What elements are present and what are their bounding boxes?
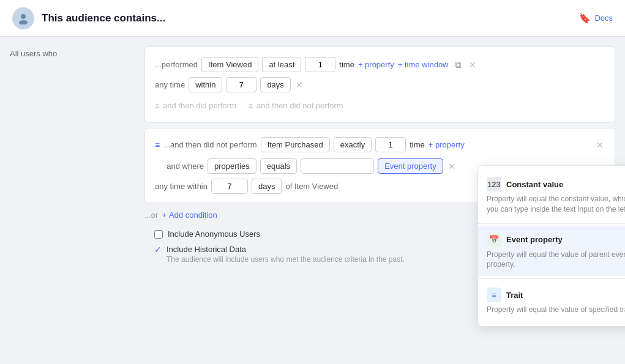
any-time-within-label: any time within <box>155 182 208 191</box>
plus-icon: + <box>162 210 167 220</box>
header: This audience contains... 🔖 Docs <box>0 0 625 37</box>
did-perform-label: and then did perform <box>163 101 236 110</box>
constant-header: 123 Constant value <box>487 177 625 191</box>
add-property-btn-1[interactable]: + property <box>358 60 394 69</box>
separator-1 <box>478 223 625 224</box>
value-input[interactable] <box>301 158 374 174</box>
event-property-item[interactable]: 📅 Event property ✓ Property will equal t… <box>478 226 625 277</box>
event-property-btn[interactable]: Event property <box>378 158 443 174</box>
header-left: This audience contains... <box>12 7 165 29</box>
event-prop-desc: Property will equal the value of parent … <box>487 250 625 270</box>
days-input-2[interactable] <box>211 179 248 194</box>
constant-icon: 123 <box>487 177 501 191</box>
sub-rule-row-1: any time within days ✕ <box>155 77 605 92</box>
event-name-pill-1[interactable]: Item Viewed <box>201 57 258 72</box>
anon-checkbox[interactable] <box>154 230 163 239</box>
at-least-pill[interactable]: at least <box>262 57 301 72</box>
days-input-1[interactable] <box>226 77 256 92</box>
any-time-label-1: any time <box>155 80 185 89</box>
constant-title-row: 123 Constant value <box>487 177 563 191</box>
event-title-row: 📅 Event property <box>487 232 563 247</box>
trait-title: Trait <box>506 291 523 300</box>
days-pill-2[interactable]: days <box>252 179 282 194</box>
add-condition-label: Add condition <box>169 210 217 220</box>
sidebar: All users who <box>0 37 135 364</box>
svg-point-1 <box>19 20 28 24</box>
trait-item[interactable]: ≡ Trait Property will equal the value of… <box>478 281 625 321</box>
filter-icon-1: ≡ <box>155 102 159 110</box>
bookmark-icon: 🔖 <box>578 12 591 24</box>
performed-label: ...performed <box>155 60 198 69</box>
header-title: This audience contains... <box>42 12 165 24</box>
event-prop-icon: 📅 <box>487 232 501 247</box>
count-input-2[interactable] <box>375 137 406 152</box>
and-then-row: ≡ ...and then did not perform Item Purch… <box>155 137 605 152</box>
divider-area-1: ≡ and then did perform ≡ and then did no… <box>155 96 605 115</box>
event-name-pill-2[interactable]: Item Purchased <box>261 137 330 152</box>
did-not-perform-label: and then did not perform <box>256 101 343 110</box>
time-label-1: time <box>339 60 354 69</box>
clear-time-btn-1[interactable]: ✕ <box>294 80 304 90</box>
docs-label: Docs <box>594 13 613 23</box>
svg-point-0 <box>21 14 26 19</box>
properties-pill[interactable]: properties <box>208 158 256 174</box>
did-not-perform-item: ≡ and then did not perform <box>249 101 343 110</box>
check-icon: ✓ <box>154 245 162 254</box>
history-desc: The audience will include users who met … <box>167 255 405 264</box>
close-prop-btn[interactable]: ✕ <box>447 162 457 171</box>
separator-2 <box>478 278 625 279</box>
rule-row-1: ...performed Item Viewed at least time +… <box>155 57 605 72</box>
docs-link[interactable]: 🔖 Docs <box>578 12 613 24</box>
or-label: ...or <box>144 210 158 220</box>
trait-icon: ≡ <box>487 288 501 302</box>
event-header: 📅 Event property ✓ <box>487 232 625 247</box>
all-users-label: All users who <box>10 49 57 58</box>
copy-icon[interactable]: ⧉ <box>452 58 464 72</box>
close-btn-2[interactable]: ✕ <box>595 140 605 150</box>
event-prop-title: Event property <box>506 235 563 244</box>
trait-desc: Property will equal the value of specifi… <box>487 305 625 315</box>
equals-pill[interactable]: equals <box>260 158 297 174</box>
rule-block-1: ...performed Item Viewed at least time +… <box>144 46 615 123</box>
add-property-btn-2[interactable]: + property <box>429 140 465 149</box>
trait-title-row: ≡ Trait <box>487 288 523 302</box>
of-label: of Item Viewed <box>285 182 338 191</box>
days-pill-1[interactable]: days <box>260 77 290 92</box>
and-where-label: and where <box>155 162 204 171</box>
constant-title: Constant value <box>506 180 563 189</box>
time-label-2: time <box>410 140 425 149</box>
and-then-not-label: ...and then did not perform <box>163 140 256 149</box>
dropdown-popup: 123 Constant value Property will equal t… <box>477 165 625 327</box>
trait-header: ≡ Trait <box>487 288 625 302</box>
add-condition-button[interactable]: + Add condition <box>162 210 217 220</box>
filter-icon-2: ≡ <box>249 102 253 110</box>
constant-desc: Property will equal the constant value, … <box>487 194 625 215</box>
add-time-window-btn[interactable]: + time window <box>398 60 449 69</box>
history-label: Include Historical Data <box>167 245 246 254</box>
avatar <box>12 7 34 29</box>
exactly-pill[interactable]: exactly <box>334 137 372 152</box>
close-btn-1[interactable]: ✕ <box>468 60 477 70</box>
history-content: Include Historical Data The audience wil… <box>167 245 405 264</box>
anon-label: Include Anonymous Users <box>168 229 260 239</box>
constant-value-item[interactable]: 123 Constant value Property will equal t… <box>478 171 625 221</box>
within-pill[interactable]: within <box>189 77 222 92</box>
filter-icon-3: ≡ <box>155 140 160 150</box>
did-perform-item: ≡ and then did perform <box>155 101 236 110</box>
count-input-1[interactable] <box>305 57 335 72</box>
